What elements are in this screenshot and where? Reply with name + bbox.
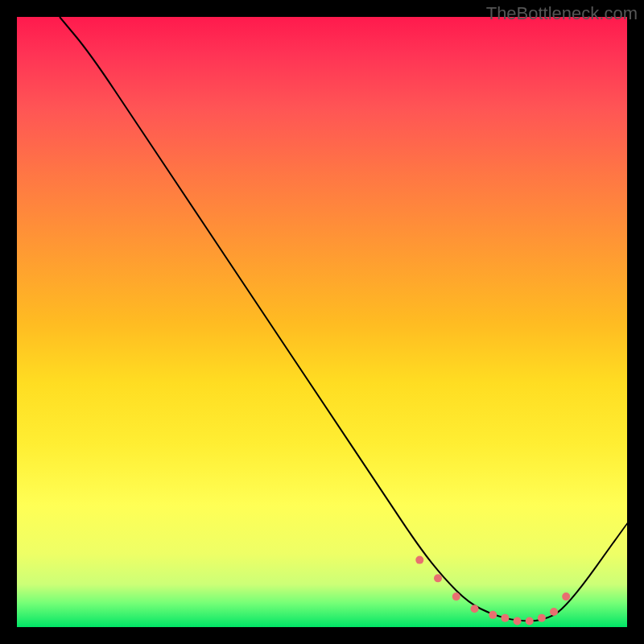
marker-dot bbox=[489, 611, 497, 619]
marker-dot bbox=[452, 592, 460, 601]
marker-dot bbox=[550, 608, 558, 616]
curve-markers bbox=[415, 556, 570, 625]
marker-dot bbox=[415, 556, 423, 564]
chart-svg bbox=[17, 17, 627, 627]
bottleneck-curve bbox=[60, 17, 627, 621]
marker-dot bbox=[562, 592, 570, 601]
marker-dot bbox=[526, 617, 534, 625]
marker-dot bbox=[471, 605, 479, 613]
marker-dot bbox=[538, 614, 546, 622]
marker-dot bbox=[434, 574, 442, 582]
chart-plot-area bbox=[17, 17, 627, 627]
watermark-text: TheBottleneck.com bbox=[486, 3, 638, 24]
marker-dot bbox=[501, 614, 509, 622]
marker-dot bbox=[514, 617, 522, 625]
